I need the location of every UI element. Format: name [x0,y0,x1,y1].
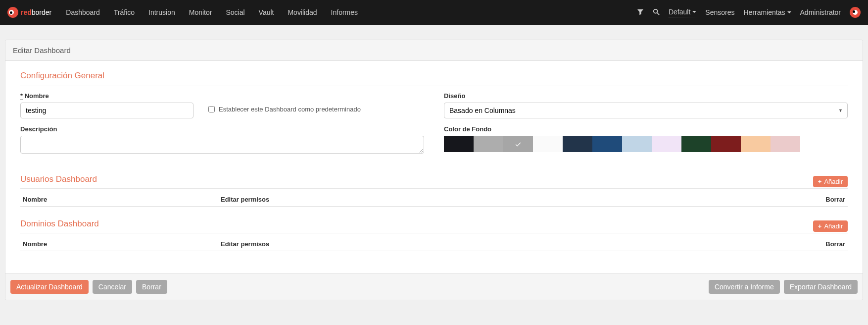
nav-dashboard[interactable]: Dashboard [66,8,100,16]
color-swatch[interactable] [741,136,771,152]
add-user-button[interactable]: + Añadir [813,176,848,187]
delete-button[interactable]: Borrar [136,280,167,294]
color-swatch[interactable] [533,136,563,152]
top-navbar: redborder Dashboard Tráfico Intrusion Mo… [0,0,868,25]
svg-point-0 [654,9,658,13]
nav-trafico[interactable]: Tráfico [114,8,135,16]
search-icon[interactable] [653,8,660,17]
default-dropdown[interactable]: Default [669,8,696,17]
color-swatch[interactable] [474,136,503,152]
svg-line-1 [657,12,659,14]
export-dashboard-button[interactable]: Exportar Dashboard [784,280,858,294]
brand-text: redborder [21,8,51,16]
caret-down-icon [692,11,696,13]
convert-report-button[interactable]: Convertir a Informe [709,280,780,294]
color-swatch[interactable] [563,136,592,152]
plus-icon: + [818,178,822,185]
nav-monitor[interactable]: Monitor [189,8,212,16]
nav-informes[interactable]: Informes [331,8,358,16]
nav-intrusion[interactable]: Intrusion [148,8,175,16]
layout-select[interactable]: Basado en Columnas [444,103,848,118]
domains-heading: Dominios Dashboard [20,219,99,233]
color-swatch[interactable] [771,136,800,152]
users-th-name: Nombre [23,196,221,203]
domains-dashboard-section: Dominios Dashboard + Añadir Nombre Edita… [20,219,848,251]
domains-th-perm: Editar permisos [221,240,816,248]
panel-footer: Actualizar Dashboard Cancelar Borrar Con… [5,273,863,300]
layout-label: Diseño [444,92,848,100]
name-label: * Nombre [20,92,193,100]
color-swatch[interactable] [681,136,711,152]
users-table-header: Nombre Editar permisos Borrar [20,193,848,207]
bg-color-label: Color de Fondo [444,125,848,133]
nav-social[interactable]: Social [226,8,244,16]
default-checkbox-label[interactable]: Establecer este Dashboard como predeterm… [208,106,361,113]
user-avatar-icon[interactable] [850,7,861,18]
general-config-section: Configuración General * Nombre Establece… [20,71,848,162]
default-checkbox[interactable] [208,106,215,112]
cancel-button[interactable]: Cancelar [93,280,132,294]
desc-label: Descripción [20,125,424,133]
color-swatch[interactable] [503,136,533,152]
add-domain-button[interactable]: + Añadir [813,220,848,232]
domains-table-header: Nombre Editar permisos Borrar [20,237,848,251]
domains-th-del: Borrar [816,240,845,248]
users-th-del: Borrar [816,196,845,203]
domains-th-name: Nombre [23,240,221,248]
nav-right: Default Sensores Herramientas Administra… [637,7,861,18]
filter-icon[interactable] [637,8,644,17]
nav-sensores[interactable]: Sensores [705,8,734,16]
users-th-perm: Editar permisos [221,196,816,203]
color-swatch[interactable] [711,136,741,152]
color-swatch[interactable] [592,136,622,152]
color-swatch[interactable] [622,136,652,152]
nav-admin[interactable]: Administrator [800,8,841,16]
users-heading: Usuarios Dashboard [20,174,97,188]
edit-dashboard-panel: Editar Dashboard Configuración General *… [5,40,863,300]
brand[interactable]: redborder [7,7,51,18]
name-input[interactable] [20,103,193,118]
plus-icon: + [818,222,822,230]
color-swatch[interactable] [444,136,474,152]
caret-down-icon [787,11,791,13]
nav-links: Dashboard Tráfico Intrusion Monitor Soci… [59,0,637,25]
check-icon [515,141,522,148]
nav-movilidad[interactable]: Movilidad [288,8,317,16]
brand-logo-icon [7,7,18,18]
update-dashboard-button[interactable]: Actualizar Dashboard [10,280,89,294]
users-dashboard-section: Usuarios Dashboard + Añadir Nombre Edita… [20,174,848,207]
color-swatches [444,136,848,152]
nav-vault[interactable]: Vault [259,8,274,16]
general-heading: Configuración General [20,71,848,86]
nav-herramientas[interactable]: Herramientas [744,8,791,16]
color-swatch[interactable] [652,136,681,152]
panel-title: Editar Dashboard [5,40,863,61]
desc-textarea[interactable] [20,136,424,154]
